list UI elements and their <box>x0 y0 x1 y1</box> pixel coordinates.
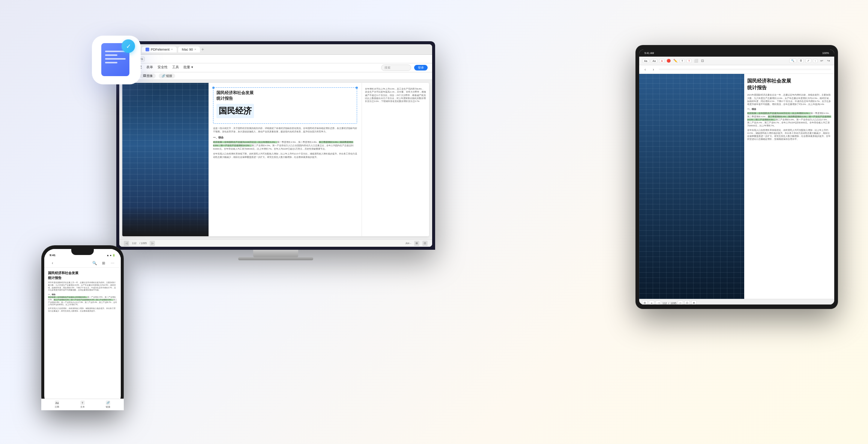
phone-nav-bar: ‹ 🔍 ⊞ ⋯ <box>44 258 121 268</box>
grid-view-btn[interactable]: ⊞ <box>414 241 419 246</box>
status-bar: ◁ 112 / 1095 ▷ Jon - ⊞ ⊡ <box>119 239 432 247</box>
link-icon: 🔗 <box>162 74 165 78</box>
tablet-search-top[interactable]: 🔍 <box>789 58 796 63</box>
phone-time: 9:41 <box>50 254 56 257</box>
doc-more-text: 全年实现人口自然增长率持续下降。农村居民人均可支配收入增加，比上年上升约13.5… <box>213 152 357 159</box>
tablet-fullscreen-btn[interactable]: ⤢ <box>805 58 811 63</box>
fit-btn[interactable]: ⊡ <box>422 241 428 246</box>
tablet-prev-btn[interactable]: ◁ <box>656 300 661 304</box>
tab2-close-btn[interactable]: × <box>194 48 196 51</box>
phone-back-btn[interactable]: ‹ <box>50 260 56 266</box>
tablet-text-t2[interactable]: T <box>686 59 692 63</box>
menu-tools[interactable]: 工具 <box>172 65 179 70</box>
tablet-device: 9:41 AM 100% Aa Aa A 🔴 ✏️ T T ⬜ ⊡ 🔍 ☰ <box>635 45 838 309</box>
menu-batch[interactable]: 批量 ▾ <box>183 65 193 70</box>
doc-page: 国民经济和社会发展统计报告 国民经济 这是一段示例文字，关于国民经济发展的相关内… <box>122 83 429 236</box>
tablet-back-btn[interactable]: ‹ <box>642 66 648 72</box>
tablet-status-bar: 9:41 AM 100% <box>639 50 834 57</box>
tablet-highlighted-content: 经济发展，全年国民生产总值为1100万亿元，比上年增长5.2%，第一季度增长4.… <box>747 112 831 127</box>
tab-close-btn[interactable]: × <box>171 48 173 51</box>
tab-mac[interactable]: Mac 90 × <box>178 46 200 52</box>
tablet-font-a[interactable]: Aa <box>651 59 658 63</box>
tablet-bottom-bar: ⊞ ≡ ◁ 112 / 1095 ▷ ⊡ ⊕ <box>639 299 834 304</box>
tablet-next-btn[interactable]: ▷ <box>678 300 683 304</box>
main-scene: ✓ P <box>0 0 868 444</box>
edit-image-btn[interactable]: 🖼 图像 <box>140 74 156 78</box>
search-placeholder: 搜索 <box>384 66 390 69</box>
section-content: 经济发展，全年国民生产总值为1100万亿元，比上年增长5.2%，第一季度增长4.… <box>213 141 357 151</box>
tab-add-btn[interactable]: + <box>201 47 204 52</box>
menu-security[interactable]: 安全性 <box>158 65 168 70</box>
tablet-doc-title: 国民经济和社会发展统计报告 <box>747 78 831 91</box>
phone-annotate-btn[interactable]: Aa 注释 <box>55 400 59 406</box>
tablet-page-controls: ⊞ ≡ ◁ 112 / 1095 ▷ ⊡ ⊕ <box>642 300 697 304</box>
tablet-page-num: 112 <box>662 302 667 304</box>
tablet-undo[interactable]: ↩ <box>819 58 824 63</box>
tablet-search-bar[interactable] <box>659 69 831 70</box>
total-pages: / 1095 <box>140 242 147 244</box>
tablet-text-area: 国民经济和社会发展统计报告 2021年度国际经济总量在过去一年，总量以近年内增长… <box>744 74 834 299</box>
menu-bar: 编辑 标记 表单 安全性 工具 批量 ▾ 搜索 登录 <box>119 63 432 72</box>
tablet-font-aa[interactable]: Aa <box>642 59 649 63</box>
tablet-screen: 9:41 AM 100% Aa Aa A 🔴 ✏️ T T ⬜ ⊡ 🔍 ☰ <box>639 50 834 304</box>
tablet-list-btn[interactable]: ☰ <box>798 58 804 63</box>
tablet-box2[interactable]: ⊡ <box>700 58 705 63</box>
phone-more-icon[interactable]: ⋯ <box>110 260 116 266</box>
tablet-box1[interactable]: ⬜ <box>693 58 698 63</box>
section-title: 一、综合 <box>213 136 357 140</box>
desktop-stand <box>253 250 298 257</box>
tablet-text-t1[interactable]: T <box>680 59 685 63</box>
phone-device: 9:41 ▲ ● 🔋 ‹ 🔍 ⊞ ⋯ 国民经济和社会发展统计报告 <box>41 245 124 410</box>
tablet-separator: / <box>668 302 669 304</box>
doc-content: 国民经济和社会发展统计报告 国民经济 这是一段示例文字，关于国民经济发展的相关内… <box>119 80 432 239</box>
login-button[interactable]: 登录 <box>414 65 428 70</box>
tablet-pen-icon[interactable]: ✏️ <box>673 58 678 63</box>
prev-page-btn[interactable]: ◁ <box>124 241 129 246</box>
toolbar: P 100% <box>119 55 432 63</box>
phone-screen: 9:41 ▲ ● 🔋 ‹ 🔍 ⊞ ⋯ 国民经济和社会发展统计报告 <box>44 249 121 406</box>
page-number: 112 <box>132 242 137 244</box>
image-icon: 🖼 <box>143 74 146 78</box>
tablet-redo[interactable]: ↪ <box>826 58 831 63</box>
title-bar: PDFelement × Mac 90 × + <box>119 44 432 55</box>
tablet-fit-btn[interactable]: ⊡ <box>685 300 690 304</box>
tablet-time: 9:41 AM <box>644 52 654 54</box>
tablet-share-btn[interactable]: ↑ <box>813 59 818 63</box>
next-page-btn[interactable]: ▷ <box>150 241 155 246</box>
desktop-base <box>238 257 313 260</box>
page-image-area <box>122 83 209 236</box>
phone-link-btn[interactable]: 🔗 链接 <box>106 400 110 406</box>
search-box[interactable]: 搜索 <box>381 64 411 71</box>
page-text-area: 国民经济和社会发展统计报告 国民经济 这是一段示例文字，关于国民经济发展的相关内… <box>209 83 362 236</box>
cloud-check-icon: ✓ <box>122 39 135 53</box>
tablet-color-dot[interactable]: 🔴 <box>666 58 671 63</box>
doc-body-paragraph: 这是一段示例文字，关于国民经济发展的相关内容，详细描述了各项经济指标的变化情况。… <box>213 127 357 134</box>
phone-doc-body: 2021年度在国际经济在总量上升一年，总量以近年内增长比较为前列，主要加强计量大… <box>48 282 117 292</box>
tab1-label: PDFelement <box>151 48 170 51</box>
doc-title-large: 国民经济 <box>216 104 254 118</box>
tab2-label: Mac 90 <box>182 48 193 51</box>
tablet-color-red[interactable]: A <box>659 59 665 63</box>
edit-toolbar: ≡ 文本 🖼 图像 🔗 链接 <box>119 72 432 80</box>
phone-section-title: 一、综合 <box>48 293 117 296</box>
tab-icon <box>146 48 149 51</box>
tablet-grid-btn[interactable]: ⊞ <box>642 300 647 304</box>
menu-form[interactable]: 表单 <box>146 65 153 70</box>
phone-grid-icon[interactable]: ⊞ <box>101 260 107 266</box>
phone-status-icons: ▲ ● 🔋 <box>107 254 116 257</box>
tablet-list-view[interactable]: ≡ <box>649 300 654 304</box>
selected-title-box[interactable]: 国民经济和社会发展统计报告 国民经济 <box>213 87 357 124</box>
phone-doc-content: 国民经济和社会发展统计报告 2021年度在国际经济在总量上升一年，总量以近年内增… <box>44 268 121 317</box>
tablet-forward-btn[interactable]: › <box>650 66 656 72</box>
edit-link-label: 链接 <box>166 74 172 78</box>
phone-text-btn[interactable]: T 文本 <box>80 400 85 406</box>
tablet-total-pages: 1095 <box>671 302 677 304</box>
tablet-extra-content: 全年实现人口自然增长率持续优化，农村居民人均可支配收入增加，比上年上升约13.5… <box>747 129 831 141</box>
phone-search-icon[interactable]: 🔍 <box>92 260 98 266</box>
right-text-panel: 全年增长水平比上年上升0.9%，其工业生产毛利率为5.8%，农业生产水平比前年提… <box>362 83 429 236</box>
tablet-zoom-btn[interactable]: ⊕ <box>691 300 697 304</box>
edit-link-btn[interactable]: 🔗 链接 <box>159 74 175 78</box>
tab-pdfelement[interactable]: PDFelement × <box>142 46 177 52</box>
phone-notch <box>71 249 94 255</box>
tablet-nav-top: ‹ › <box>639 65 834 74</box>
